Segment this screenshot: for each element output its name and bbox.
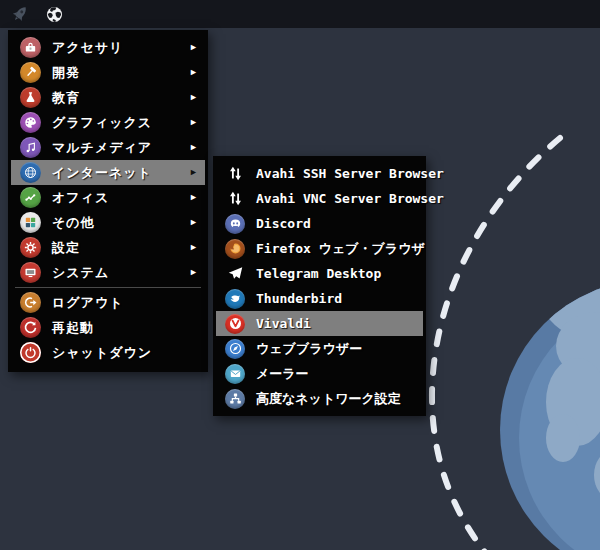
- menu-item-label: シャットダウン: [52, 344, 152, 362]
- earth-globe-icon[interactable]: [44, 4, 64, 24]
- submenu-arrow-icon: ►: [189, 43, 198, 52]
- firefox-icon: [225, 239, 245, 259]
- submenu-item-mailer[interactable]: メーラー: [216, 361, 423, 386]
- rocket-icon[interactable]: [7, 1, 33, 27]
- menu-item-label: その他: [52, 214, 95, 232]
- menu-item-label: オフィス: [52, 189, 109, 207]
- submenu-item-vivaldi[interactable]: Vivaldi: [216, 311, 423, 336]
- submenu-arrow-icon: ►: [189, 118, 198, 127]
- compass-icon: [225, 339, 245, 359]
- menu-item-system[interactable]: システム ►: [11, 260, 205, 285]
- submenu-item-network-settings[interactable]: 高度なネットワーク設定: [216, 386, 423, 411]
- submenu-item-label: ウェブブラウザー: [256, 340, 362, 358]
- globe-icon: [20, 162, 41, 183]
- submenu-item-thunderbird[interactable]: Thunderbird: [216, 286, 423, 311]
- network-icon: [225, 389, 245, 409]
- taskbar: [0, 0, 600, 28]
- gear-icon: [20, 237, 41, 258]
- submenu-arrow-icon: ►: [189, 243, 198, 252]
- internet-submenu: Avahi SSH Server Browser Avahi VNC Serve…: [213, 156, 426, 416]
- planet-illustration: [500, 248, 600, 550]
- menu-item-shutdown[interactable]: シャットダウン: [11, 340, 205, 365]
- submenu-item-firefox[interactable]: Firefox ウェブ・ブラウザ: [216, 236, 423, 261]
- submenu-item-label: Telegram Desktop: [256, 266, 381, 281]
- menu-item-label: システム: [52, 264, 109, 282]
- palette-icon: [20, 112, 41, 133]
- menu-item-development[interactable]: 開発 ►: [11, 60, 205, 85]
- menu-item-restart[interactable]: 再起動: [11, 315, 205, 340]
- menu-item-label: ログアウト: [52, 294, 124, 312]
- submenu-item-label: Firefox ウェブ・ブラウザ: [256, 240, 425, 258]
- submenu-arrow-icon: ►: [189, 168, 198, 177]
- menu-item-label: 教育: [52, 89, 80, 107]
- submenu-item-label: Discord: [256, 216, 311, 231]
- submenu-item-label: メーラー: [256, 365, 309, 383]
- desktop: アクセサリ ► 開発 ► 教育 ► グラフィックス ► マルチメディア ► イン…: [0, 0, 600, 550]
- up-down-arrows-icon: [225, 164, 245, 184]
- submenu-arrow-icon: ►: [189, 93, 198, 102]
- toolbox-icon: [20, 37, 41, 58]
- submenu-arrow-icon: ►: [189, 268, 198, 277]
- chart-icon: [20, 187, 41, 208]
- discord-icon: [225, 214, 245, 234]
- restart-arrow-icon: [20, 317, 41, 338]
- monitor-icon: [20, 262, 41, 283]
- menu-item-label: 開発: [52, 64, 80, 82]
- submenu-item-label: Thunderbird: [256, 291, 342, 306]
- menu-item-logout[interactable]: ログアウト: [11, 290, 205, 315]
- submenu-item-web-browser[interactable]: ウェブブラウザー: [216, 336, 423, 361]
- menu-item-label: グラフィックス: [52, 114, 152, 132]
- menu-item-label: マルチメディア: [52, 139, 152, 157]
- menu-item-label: アクセサリ: [52, 39, 124, 57]
- music-note-icon: [20, 137, 41, 158]
- submenu-arrow-icon: ►: [189, 68, 198, 77]
- logout-arrow-icon: [20, 292, 41, 313]
- hammer-icon: [20, 62, 41, 83]
- submenu-arrow-icon: ►: [189, 143, 198, 152]
- up-down-arrows-icon: [225, 189, 245, 209]
- menu-item-office[interactable]: オフィス ►: [11, 185, 205, 210]
- menu-item-multimedia[interactable]: マルチメディア ►: [11, 135, 205, 160]
- submenu-item-label: Avahi VNC Server Browser: [256, 191, 444, 206]
- root-menu: アクセサリ ► 開発 ► 教育 ► グラフィックス ► マルチメディア ► イン…: [8, 30, 208, 372]
- menu-item-label: 再起動: [52, 319, 94, 337]
- grid-icon: [20, 212, 41, 233]
- menu-item-other[interactable]: その他 ►: [11, 210, 205, 235]
- vivaldi-icon: [225, 314, 245, 334]
- menu-item-accessories[interactable]: アクセサリ ►: [11, 35, 205, 60]
- menu-item-label: 設定: [52, 239, 80, 257]
- submenu-item-telegram[interactable]: Telegram Desktop: [216, 261, 423, 286]
- submenu-item-label: Vivaldi: [256, 316, 311, 331]
- submenu-item-avahi-vnc[interactable]: Avahi VNC Server Browser: [216, 186, 423, 211]
- submenu-item-label: 高度なネットワーク設定: [256, 390, 401, 408]
- menu-item-settings[interactable]: 設定 ►: [11, 235, 205, 260]
- submenu-arrow-icon: ►: [189, 218, 198, 227]
- power-icon: [20, 342, 41, 363]
- mail-icon: [225, 364, 245, 384]
- menu-item-graphics[interactable]: グラフィックス ►: [11, 110, 205, 135]
- submenu-item-avahi-ssh[interactable]: Avahi SSH Server Browser: [216, 161, 423, 186]
- menu-separator: [15, 287, 201, 288]
- menu-item-education[interactable]: 教育 ►: [11, 85, 205, 110]
- submenu-arrow-icon: ►: [189, 193, 198, 202]
- submenu-item-discord[interactable]: Discord: [216, 211, 423, 236]
- telegram-plane-icon: [225, 264, 245, 284]
- menu-item-internet[interactable]: インターネット ►: [11, 160, 205, 185]
- submenu-item-label: Avahi SSH Server Browser: [256, 166, 444, 181]
- flask-icon: [20, 87, 41, 108]
- thunderbird-icon: [225, 289, 245, 309]
- menu-item-label: インターネット: [52, 164, 152, 182]
